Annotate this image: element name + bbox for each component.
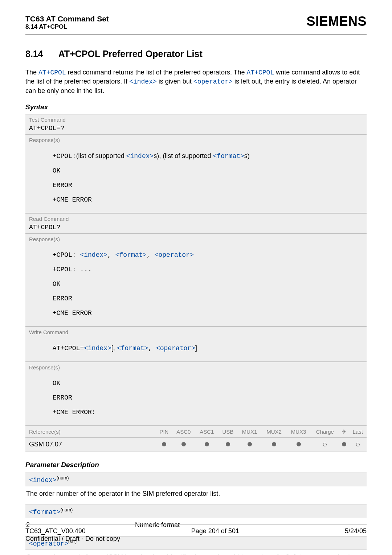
header-rule [25, 34, 367, 35]
resp-text: +CME ERROR [53, 309, 92, 317]
airplane-icon: ✈ [339, 426, 349, 438]
cmd-text: AT+CPOL= [53, 345, 84, 352]
panel-label: Response(s) [25, 234, 367, 243]
cmd-text: , [148, 345, 156, 352]
cmd-link[interactable]: AT+CPOL [38, 69, 66, 76]
ref-col-header: Reference(s) [25, 426, 156, 438]
page-footer: TC63_ATC_V00.490 Page 204 of 501 5/24/05… [25, 524, 367, 543]
param-link[interactable]: <index> [84, 345, 111, 352]
resp-text: OK [53, 280, 61, 288]
ref-col-header: PIN [156, 426, 172, 438]
param-link[interactable]: <format> [213, 153, 244, 160]
section-number: 8.14 [25, 49, 43, 59]
resp-text: s), (list of supported [154, 152, 213, 159]
resp-text: +CME ERROR: [53, 409, 96, 416]
section-title: AT+CPOL Preferred Operator List [58, 49, 203, 59]
section-ref: 8.14 AT+CPOL [25, 23, 109, 31]
param-name: <index> [29, 477, 57, 484]
param-name: <format> [29, 509, 60, 516]
reference-table: Reference(s) PIN ASC0 ASC1 USB MUX1 MUX2… [25, 426, 367, 451]
doc-title: TC63 AT Command Set [25, 15, 109, 23]
parameter-description-heading: Parameter Description [25, 461, 367, 469]
ref-col-header: MUX1 [237, 426, 262, 438]
resp-text: , [147, 251, 155, 259]
intro-text: is given but [157, 78, 193, 85]
resp-text: OK [53, 380, 61, 387]
support-dot [286, 437, 311, 451]
page-header: TC63 AT Command Set 8.14 AT+CPOL SIEMENS [25, 15, 367, 31]
resp-text: +CPOL: ... [53, 266, 92, 273]
param-link[interactable]: <operator> [156, 345, 195, 352]
param-index-desc: The order number of the operator in the … [25, 486, 367, 505]
support-dot [349, 437, 367, 451]
write-response-body: OK ERROR +CME ERROR: [25, 372, 367, 425]
read-command-panel: Read Command AT+CPOL? [25, 213, 367, 234]
support-dot [339, 437, 349, 451]
support-dot [156, 437, 172, 451]
ref-col-header: Charge [311, 426, 339, 438]
param-link[interactable]: <format> [115, 251, 147, 259]
write-response-panel: Response(s) OK ERROR +CME ERROR: [25, 362, 367, 426]
param-type: (num) [57, 475, 69, 481]
header-left: TC63 AT Command Set 8.14 AT+CPOL [25, 15, 109, 31]
param-index-bar: <index>(num) [25, 473, 367, 486]
cmd-link[interactable]: AT+CPOL [247, 69, 274, 76]
ref-col-header: MUX3 [286, 426, 311, 438]
resp-text: s) [244, 152, 250, 159]
resp-text: ERROR [53, 182, 72, 189]
resp-text: +CME ERROR [53, 196, 92, 203]
support-dot [237, 437, 262, 451]
ref-col-header: ASC1 [195, 426, 219, 438]
param-format-bar: <format>(num) [25, 505, 367, 518]
cmd-text: [, [111, 344, 117, 352]
param-type: (num) [60, 507, 73, 513]
footer-date: 5/24/05 [345, 527, 367, 535]
footer-version: TC63_ATC_V00.490 [25, 527, 86, 535]
write-command-panel: Write Command AT+CPOL=<index>[, <format>… [25, 327, 367, 362]
cmd-text: ] [195, 344, 197, 352]
test-command-code: AT+CPOL=? [25, 124, 367, 134]
read-response-panel: Response(s) +CPOL: <index>, <format>, <o… [25, 234, 367, 327]
ref-col-header: USB [219, 426, 237, 438]
param-link[interactable]: <format> [117, 345, 148, 352]
read-response-body: +CPOL: <index>, <format>, <operator> +CP… [25, 243, 367, 326]
ref-col-header: MUX2 [262, 426, 286, 438]
reference-row: GSM 07.07 [25, 437, 367, 451]
resp-text: +CPOL: [53, 153, 76, 160]
test-response-body: +CPOL:(list of supported <index>s), (lis… [25, 144, 367, 213]
param-operator-desc: Operator in numeric format (GSM Location… [25, 550, 367, 555]
footer-page: Page 204 of 501 [191, 527, 239, 535]
param-link[interactable]: <index> [129, 78, 157, 85]
resp-text: OK [53, 167, 61, 174]
param-link[interactable]: <operator> [193, 78, 233, 85]
param-link[interactable]: <operator> [155, 251, 194, 259]
read-command-code: AT+CPOL? [25, 223, 367, 233]
param-link[interactable]: <index> [80, 251, 107, 259]
resp-text: ERROR [53, 295, 72, 302]
write-command-code: AT+CPOL=<index>[, <format>, <operator>] [25, 336, 367, 361]
intro-text: The [25, 69, 38, 76]
support-dot [219, 437, 237, 451]
support-dot [311, 437, 339, 451]
panel-label: Response(s) [25, 135, 367, 144]
syntax-heading: Syntax [25, 103, 367, 111]
intro-text: read command returns the list of the pre… [66, 69, 247, 76]
panel-label: Response(s) [25, 362, 367, 372]
reference-header-row: Reference(s) PIN ASC0 ASC1 USB MUX1 MUX2… [25, 426, 367, 438]
test-response-panel: Response(s) +CPOL:(list of supported <in… [25, 134, 367, 213]
support-dot [172, 437, 195, 451]
section-heading: 8.14 AT+CPOL Preferred Operator List [25, 49, 367, 59]
ref-col-header: ASC0 [172, 426, 195, 438]
panel-label: Write Command [25, 327, 367, 336]
resp-text: , [107, 251, 115, 259]
test-command-panel: Test Command AT+CPOL=? [25, 114, 367, 134]
intro-paragraph: The AT+CPOL read command returns the lis… [25, 68, 367, 95]
ref-col-header: Last [349, 426, 367, 438]
brand-logo: SIEMENS [306, 14, 367, 29]
resp-text: +CPOL: [53, 251, 80, 259]
support-dot [195, 437, 219, 451]
footer-confidential: Confidential / Draft - Do not copy [25, 535, 367, 543]
panel-label: Test Command [25, 114, 367, 124]
param-link[interactable]: <index> [126, 153, 154, 160]
reference-name: GSM 07.07 [25, 437, 156, 451]
